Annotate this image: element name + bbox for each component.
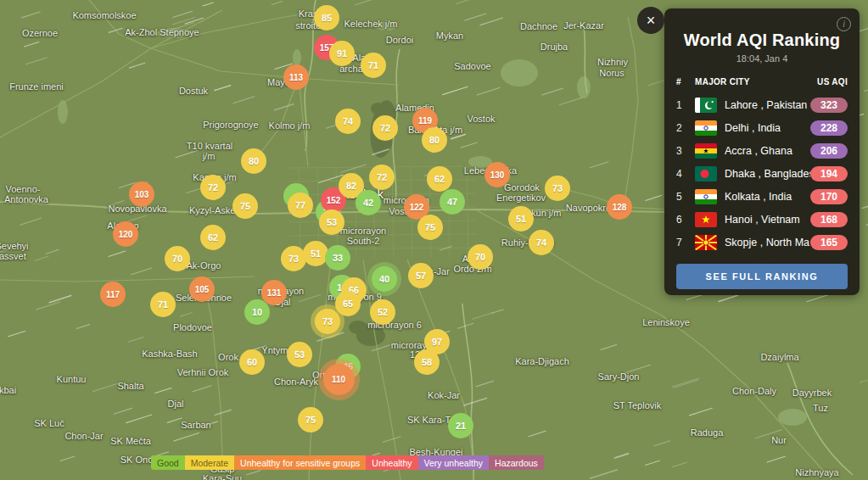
aqi-marker[interactable]: 120 (113, 221, 138, 247)
aqi-marker[interactable]: 73 (545, 176, 570, 201)
panel-timestamp: 18:04, Jan 4 (676, 53, 848, 64)
aqi-marker[interactable]: 70 (468, 244, 493, 270)
city-country-label: Hanoi , Vietnam (725, 214, 810, 226)
see-full-ranking-button[interactable]: SEE FULL RANKING (676, 264, 848, 289)
city-country-label: Accra , Ghana (725, 145, 810, 157)
info-icon[interactable]: i (837, 17, 851, 31)
aqi-value-badge: 206 (810, 143, 848, 159)
aqi-marker[interactable]: 40 (372, 266, 397, 292)
ranking-row[interactable]: 2Delhi , India228 (676, 116, 848, 139)
aqi-marker[interactable]: 77 (288, 193, 313, 218)
aqi-marker[interactable]: 47 (440, 189, 465, 215)
rank-number: 1 (676, 99, 695, 111)
aqi-marker[interactable]: 62 (200, 225, 226, 250)
india-flag-icon (695, 120, 717, 136)
legend-very-unhealthy: Very unhealthy (418, 455, 489, 470)
aqi-marker[interactable]: 72 (200, 175, 226, 200)
legend-good: Good (151, 455, 185, 470)
rank-number: 2 (676, 122, 695, 134)
aqi-marker[interactable]: 71 (361, 53, 386, 78)
aqi-marker[interactable]: 51 (303, 241, 328, 266)
close-icon: × (647, 12, 656, 29)
aqi-marker[interactable]: 57 (408, 263, 434, 288)
legend-hazardous: Hazardous (489, 455, 544, 470)
aqi-marker[interactable]: 71 (150, 292, 176, 317)
rank-number: 5 (676, 191, 695, 203)
bangladesh-flag-icon (695, 166, 717, 181)
india-flag-icon (695, 189, 717, 204)
aqi-marker[interactable]: 42 (356, 190, 381, 215)
aqi-marker[interactable]: 130 (484, 162, 510, 187)
ranking-row[interactable]: 3Accra , Ghana206 (676, 139, 848, 162)
aqi-marker[interactable]: 53 (319, 209, 344, 235)
aqi-marker[interactable]: 85 (314, 5, 339, 31)
aqi-marker[interactable]: 91 (329, 41, 355, 66)
aqi-legend: GoodModerateUnhealthy for sensitive grou… (151, 455, 544, 470)
aqi-value-badge: 165 (810, 235, 848, 250)
aqi-marker[interactable]: 80 (241, 148, 266, 174)
ranking-rows: 1Lahore , Pakistan3232Delhi , India2283A… (676, 93, 848, 254)
aqi-marker[interactable]: 128 (607, 194, 632, 220)
aqi-marker[interactable]: 53 (287, 342, 312, 367)
north-macedonia-flag-icon (695, 235, 717, 250)
aqi-marker[interactable]: 33 (325, 245, 350, 271)
city-country-label: Skopje , North Ma... (725, 237, 810, 248)
city-country-label: Dhaka , Bangladesh (725, 168, 810, 180)
aqi-marker[interactable]: 52 (370, 299, 395, 325)
aqi-marker[interactable]: 62 (427, 166, 452, 192)
aqi-marker[interactable]: 113 (283, 64, 309, 90)
ranking-row[interactable]: 7Skopje , North Ma...165 (676, 231, 848, 254)
app-window: KomsomolskoeOzernoeAk-Zhol StepnoyeFrunz… (0, 0, 868, 480)
ranking-header-row: # MAJOR CITY US AQI (676, 77, 848, 87)
world-aqi-ranking-panel: i World AQI Ranking 18:04, Jan 4 # MAJOR… (664, 8, 860, 295)
aqi-marker[interactable]: 105 (189, 276, 215, 302)
vietnam-flag-icon (695, 212, 717, 227)
aqi-marker[interactable]: 103 (129, 181, 154, 207)
rank-number: 6 (676, 214, 695, 226)
legend-unhealthy: Unhealthy (366, 455, 417, 470)
aqi-marker[interactable]: 60 (239, 349, 265, 375)
aqi-marker[interactable]: 51 (508, 206, 534, 232)
aqi-value-badge: 323 (810, 98, 848, 113)
aqi-value-badge: 168 (810, 212, 848, 227)
rank-number: 4 (676, 168, 695, 180)
aqi-marker[interactable]: 58 (414, 349, 440, 375)
city-country-label: Kolkata , India (725, 191, 810, 203)
legend-moderate: Moderate (185, 455, 234, 470)
column-aqi: US AQI (817, 77, 848, 87)
panel-title: World AQI Ranking (676, 31, 848, 50)
rank-number: 7 (676, 237, 695, 248)
aqi-marker[interactable]: 75 (298, 407, 323, 433)
legend-unhealthy-for-sensitive-groups: Unhealthy for sensitive groups (234, 455, 366, 470)
aqi-marker[interactable]: 72 (372, 115, 398, 141)
aqi-marker[interactable]: 117 (100, 282, 126, 307)
pakistan-flag-icon (695, 98, 717, 113)
aqi-marker[interactable]: 75 (232, 193, 258, 219)
aqi-marker[interactable]: 110 (323, 364, 355, 395)
aqi-marker[interactable]: 72 (369, 165, 395, 190)
aqi-marker[interactable]: 74 (529, 230, 554, 255)
aqi-marker[interactable]: 80 (422, 127, 447, 153)
close-ranking-button[interactable]: × (637, 7, 664, 34)
ranking-row[interactable]: 6Hanoi , Vietnam168 (676, 208, 848, 231)
city-country-label: Delhi , India (725, 122, 810, 134)
rank-number: 3 (676, 145, 695, 157)
column-city: MAJOR CITY (695, 77, 817, 87)
aqi-marker[interactable]: 21 (448, 413, 473, 438)
aqi-value-badge: 228 (810, 120, 848, 136)
aqi-marker[interactable]: 73 (315, 309, 340, 334)
ranking-row[interactable]: 1Lahore , Pakistan323 (676, 93, 848, 116)
city-country-label: Lahore , Pakistan (725, 99, 810, 111)
aqi-value-badge: 194 (810, 166, 848, 181)
aqi-marker[interactable]: 75 (417, 215, 443, 240)
column-rank: # (676, 77, 695, 87)
aqi-marker[interactable]: 65 (335, 291, 361, 316)
aqi-value-badge: 170 (810, 189, 848, 204)
ranking-row[interactable]: 4Dhaka , Bangladesh194 (676, 162, 848, 185)
aqi-marker[interactable]: 74 (335, 109, 361, 134)
ghana-flag-icon (695, 143, 717, 159)
aqi-marker[interactable]: 70 (165, 246, 190, 271)
aqi-marker[interactable]: 10 (244, 299, 270, 325)
ranking-row[interactable]: 5Kolkata , India170 (676, 185, 848, 208)
